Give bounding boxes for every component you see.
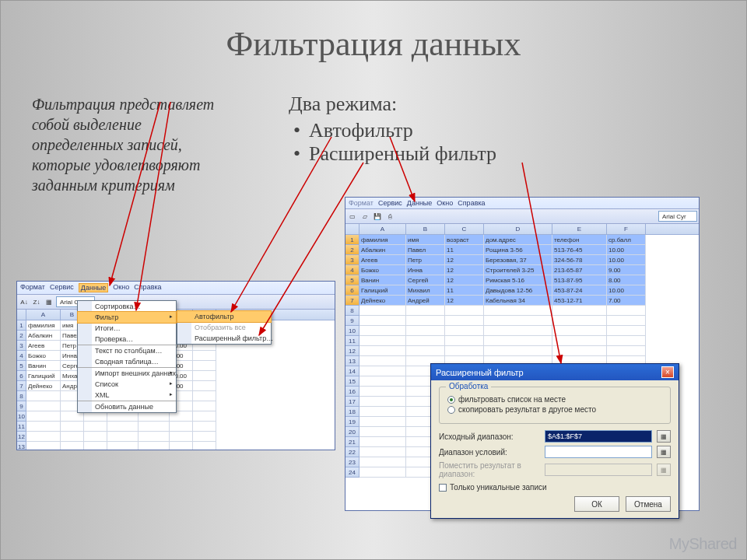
radio-inplace[interactable] (447, 396, 455, 404)
table-cell[interactable]: Агеев (26, 341, 61, 351)
mi-list[interactable]: Список▸ (78, 379, 176, 390)
table-cell[interactable]: 453-12-71 (552, 296, 607, 306)
menu-service-r[interactable]: Сервис (378, 199, 402, 207)
chevron-right-icon: ▸ (170, 391, 173, 397)
chevron-right-icon: ▸ (170, 380, 173, 387)
table-cell[interactable]: Инна (406, 265, 445, 275)
mi-refresh[interactable]: Обновить данные (78, 401, 176, 412)
table-cell[interactable]: 12 (445, 296, 484, 306)
range-picker-icon[interactable]: ▦ (657, 430, 671, 443)
table-cell[interactable]: Абалкин (359, 245, 406, 255)
table-cell[interactable]: 513-87-95 (552, 275, 607, 285)
menu-window[interactable]: Окно (113, 283, 129, 292)
open-icon[interactable]: ▱ (359, 211, 370, 222)
mi-xml[interactable]: XML▸ (78, 390, 176, 401)
table-cell[interactable]: Божко (359, 265, 406, 275)
table-cell[interactable]: Дейнеко (359, 296, 406, 306)
range-picker-icon[interactable]: ▦ (657, 446, 671, 458)
crit-range-input[interactable] (545, 446, 652, 458)
sort-asc-icon[interactable]: A↓ (19, 296, 30, 307)
menu-help-r[interactable]: Справка (458, 199, 485, 207)
mi-filter[interactable]: Фильтр▸ (77, 311, 177, 324)
filter-submenu: Автофильтр Отобразить все Расширенный фи… (177, 310, 272, 345)
close-icon[interactable]: × (661, 366, 674, 378)
table-cell[interactable]: Ванин (359, 275, 406, 285)
table-header: дом.адрес (484, 235, 552, 245)
src-range-input[interactable]: $A$1:$F$7 (545, 430, 652, 443)
table-cell[interactable]: Березовая, 37 (484, 255, 552, 265)
table-cell[interactable]: 10.00 (607, 285, 646, 296)
table-header: фамилия (26, 320, 61, 331)
table-cell[interactable]: 8.00 (607, 275, 646, 285)
table-cell[interactable]: Павел (406, 245, 445, 255)
table-cell[interactable]: Галицкий (26, 371, 61, 381)
sort-desc-icon[interactable]: Z↓ (31, 296, 42, 307)
chart-icon[interactable]: ▦ (44, 296, 54, 307)
table-cell[interactable]: 7.00 (607, 296, 646, 306)
table-cell[interactable]: 11 (445, 245, 484, 255)
toolbar-right: ▭ ▱ 💾 ⎙ Arial Cyr (345, 209, 699, 224)
table-cell[interactable]: Петр (406, 255, 445, 265)
table-cell[interactable]: Божко (26, 351, 61, 361)
cancel-button[interactable]: Отмена (626, 496, 671, 512)
table-cell[interactable]: Ванин (26, 361, 61, 371)
table-cell[interactable]: 213-65-87 (552, 265, 607, 275)
group-label: Обработка (446, 382, 491, 390)
table-cell[interactable]: Рощина 3-56 (484, 245, 552, 255)
watermark: MyShared (669, 535, 737, 553)
unique-checkbox[interactable] (439, 484, 447, 492)
menu-service[interactable]: Сервис (50, 283, 74, 292)
font-name-box-right[interactable]: Arial Cyr (658, 211, 697, 222)
table-cell[interactable]: Андрей (406, 296, 445, 306)
mi-import[interactable]: Импорт внешних данных▸ (78, 368, 176, 379)
mi-autofilter[interactable]: Автофильтр (177, 310, 272, 323)
mi-text-to-cols[interactable]: Текст по столбцам… (78, 345, 176, 356)
table-header: фамилия (359, 235, 406, 245)
menu-data[interactable]: Данные (79, 283, 109, 292)
table-cell[interactable]: 324-56-78 (552, 255, 607, 265)
table-header: возраст (445, 235, 484, 245)
new-icon[interactable]: ▭ (347, 211, 358, 222)
mi-sort[interactable]: Сортировка… (78, 301, 176, 312)
menu-window-r[interactable]: Окно (437, 199, 453, 207)
table-header: телефон (552, 235, 607, 245)
intro-text: Фильтрация представляет собой выделение … (32, 94, 226, 195)
radio-copy[interactable] (447, 406, 455, 414)
table-cell[interactable]: Римская 5-16 (484, 275, 552, 285)
menu-format[interactable]: Формат (20, 283, 45, 292)
mi-show-all[interactable]: Отобразить все (177, 322, 271, 333)
table-cell[interactable]: Михаил (406, 285, 445, 296)
table-cell[interactable]: 11 (445, 285, 484, 296)
table-cell[interactable]: 10.00 (607, 255, 646, 265)
table-cell[interactable]: Галицкий (359, 285, 406, 296)
print-icon[interactable]: ⎙ (384, 211, 395, 222)
table-cell[interactable]: 513-76-45 (552, 245, 607, 255)
ok-button[interactable]: ОК (574, 496, 619, 512)
mi-pivot[interactable]: Сводная таблица… (78, 356, 176, 368)
chevron-right-icon: ▸ (170, 369, 173, 376)
copy-to-label: Поместить результат в диапазон: (439, 461, 540, 478)
mode-autofilter: Автофильтр (289, 119, 496, 142)
menu-help[interactable]: Справка (134, 283, 161, 292)
table-cell[interactable]: 9.00 (607, 265, 646, 275)
table-cell[interactable]: 10.00 (607, 245, 646, 255)
save-icon[interactable]: 💾 (372, 211, 383, 222)
table-cell[interactable]: 453-87-24 (552, 285, 607, 296)
mi-advanced-filter[interactable]: Расширенный фильтр… (177, 333, 271, 344)
unique-label: Только уникальные записи (450, 483, 547, 492)
table-cell[interactable]: Кабельная 34 (484, 296, 552, 306)
table-cell[interactable]: Сергей (406, 275, 445, 285)
table-cell[interactable]: Дейнеко (26, 381, 61, 391)
mi-totals[interactable]: Итоги… (78, 323, 176, 334)
table-cell[interactable]: 12 (445, 265, 484, 275)
menu-data-r[interactable]: Данные (407, 199, 433, 207)
menu-format-r[interactable]: Формат (349, 199, 374, 207)
table-cell[interactable]: 12 (445, 255, 484, 265)
table-cell[interactable]: 12 (445, 275, 484, 285)
mi-validate[interactable]: Проверка… (78, 334, 176, 345)
table-cell[interactable]: Абалкин (26, 331, 61, 341)
chevron-right-icon: ▸ (170, 313, 173, 320)
table-cell[interactable]: Агеев (359, 255, 406, 265)
table-cell[interactable]: Давыдова 12-56 (484, 285, 552, 296)
table-cell[interactable]: Строителей 3-25 (484, 265, 552, 275)
